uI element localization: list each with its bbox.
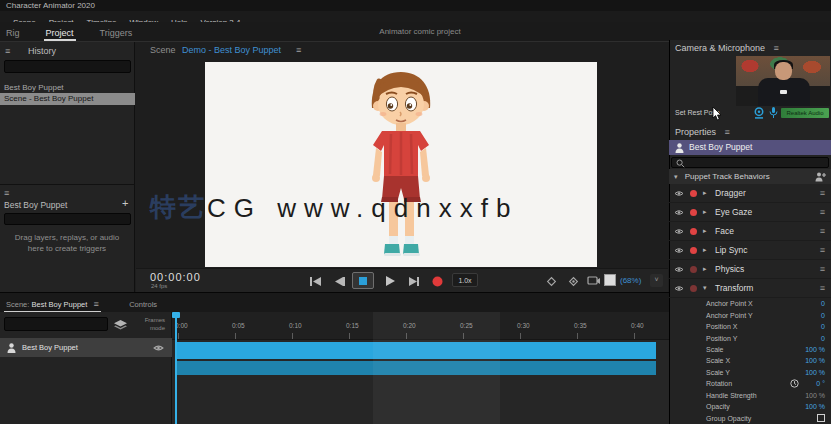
layers-stack-icon[interactable]	[114, 320, 127, 331]
section-collapse-chevron-icon[interactable]: ▾	[674, 173, 678, 180]
timeline-search-input[interactable]	[4, 317, 108, 331]
behavior-menu-icon[interactable]: ≡	[820, 226, 825, 236]
behavior-menu-icon[interactable]: ≡	[820, 264, 825, 274]
add-behavior-icon[interactable]	[815, 172, 826, 182]
visibility-eye-icon[interactable]	[674, 266, 684, 273]
visibility-eye-icon[interactable]	[674, 247, 684, 254]
panel-divider	[0, 184, 135, 185]
group-opacity-checkbox[interactable]	[817, 414, 825, 422]
playback-speed[interactable]: 1.0x	[452, 273, 478, 287]
playhead-handle[interactable]	[172, 312, 180, 318]
visibility-eye-icon[interactable]	[674, 190, 684, 197]
visibility-eye-icon[interactable]	[674, 228, 684, 235]
boy-puppet-illustration[interactable]	[346, 68, 456, 266]
arm-record-dot[interactable]	[690, 228, 697, 235]
add-trigger-button[interactable]: +	[122, 197, 128, 209]
project-panel-menu-icon[interactable]: ≡	[5, 46, 10, 56]
scene-stage[interactable]	[205, 62, 597, 267]
track-visibility-icon[interactable]	[153, 344, 164, 352]
zoom-dropdown-chevron-icon[interactable]: ˅	[650, 274, 663, 287]
behavior-row-lip-sync[interactable]: ▸Lip Sync≡	[669, 241, 831, 260]
behavior-chevron-icon[interactable]: ▸	[703, 227, 710, 235]
menu-bar: SceneProjectTimelineWindowHelpVersion 3.…	[0, 11, 831, 22]
property-value[interactable]: 0 °	[816, 380, 825, 387]
workspace-tab-rig[interactable]: Rig	[4, 24, 22, 41]
arm-record-dot[interactable]	[690, 190, 697, 197]
ruler-tick	[349, 333, 350, 339]
triggers-panel-menu-icon[interactable]: ≡	[4, 188, 9, 198]
camera-panel-menu-icon[interactable]: ≡	[774, 43, 779, 53]
triggers-search-input[interactable]	[4, 213, 131, 225]
behavior-menu-icon[interactable]: ≡	[820, 207, 825, 217]
timeline-tab-scene[interactable]: Scene: Best Boy Puppet ≡	[0, 294, 105, 313]
property-value[interactable]: 0	[821, 335, 825, 342]
timeline-tab-controls[interactable]: Controls	[123, 295, 163, 313]
document-title: Animator comic project	[330, 27, 510, 36]
arm-record-dot[interactable]	[690, 247, 697, 254]
puppet-track-bar[interactable]	[175, 342, 656, 359]
rotation-clock-icon[interactable]	[790, 379, 799, 388]
behavior-chevron-icon[interactable]: ▸	[703, 265, 710, 273]
property-value[interactable]: 100 %	[805, 369, 825, 376]
property-value[interactable]: 100 %	[805, 392, 825, 399]
visibility-eye-icon[interactable]	[674, 209, 684, 216]
properties-search-input[interactable]	[671, 157, 829, 168]
workspace-tab-triggers[interactable]: Triggers	[98, 24, 135, 41]
stage-zoom-level[interactable]: (68%)	[620, 276, 641, 285]
property-value[interactable]: 0	[821, 323, 825, 330]
arm-record-dot[interactable]	[690, 266, 697, 273]
arm-record-dot[interactable]	[690, 209, 697, 216]
behavior-chevron-icon[interactable]: ▸	[703, 246, 710, 254]
behavior-row-physics[interactable]: ▸Physics≡	[669, 260, 831, 279]
camera-toggle-icon[interactable]	[753, 107, 765, 119]
behavior-chevron-icon[interactable]: ▸	[703, 208, 710, 216]
arm-record-dot[interactable]	[690, 285, 697, 292]
ghost-frames-icon[interactable]	[564, 274, 582, 288]
take-bar[interactable]	[175, 361, 656, 375]
behavior-row-dragger[interactable]: ▸Dragger≡	[669, 184, 831, 203]
behavior-chevron-icon[interactable]: ▸	[703, 189, 710, 197]
behavior-chevron-icon[interactable]: ▾	[703, 284, 710, 292]
background-color-swatch[interactable]	[604, 274, 616, 286]
puppet-track-behaviors-section[interactable]: ▾ Puppet Track Behaviors	[669, 169, 831, 184]
behavior-menu-icon[interactable]: ≡	[820, 188, 825, 198]
project-selected-item[interactable]: Scene - Best Boy Puppet	[0, 93, 135, 105]
scene-panel-label: Scene	[150, 45, 176, 55]
behavior-menu-icon[interactable]: ≡	[820, 245, 825, 255]
next-frame-button[interactable]	[405, 274, 423, 288]
play-button[interactable]	[381, 274, 399, 288]
behavior-row-eye-gaze[interactable]: ▸Eye Gaze≡	[669, 203, 831, 222]
watermark-cjk: 特艺	[150, 190, 206, 225]
ruler-label-0-25: 0:25	[460, 322, 473, 329]
timeline-track-row[interactable]: Best Boy Puppet	[0, 338, 172, 357]
property-value[interactable]: 100 %	[805, 346, 825, 353]
project-search-input[interactable]	[4, 60, 131, 73]
playhead[interactable]	[175, 312, 177, 424]
timeline-tab-menu-icon[interactable]: ≡	[93, 299, 98, 309]
workspace-tab-project[interactable]: Project	[44, 24, 76, 41]
property-value[interactable]: 100 %	[805, 357, 825, 364]
webcam-person-logo	[780, 90, 787, 94]
scene-name[interactable]: Demo - Best Boy Puppet	[182, 45, 281, 55]
record-button[interactable]	[428, 274, 446, 288]
property-value[interactable]: 100 %	[805, 403, 825, 410]
stop-button[interactable]	[352, 272, 374, 289]
onion-skin-icon[interactable]	[542, 274, 560, 288]
property-row-scale-y: Scale Y100 %	[669, 367, 831, 378]
property-name: Position Y	[706, 335, 737, 342]
behavior-menu-icon[interactable]: ≡	[820, 283, 825, 293]
properties-panel-menu-icon[interactable]: ≡	[725, 127, 730, 137]
scene-panel-menu-icon[interactable]: ≡	[296, 45, 301, 55]
visibility-eye-icon[interactable]	[674, 285, 684, 292]
track-name: Best Boy Puppet	[22, 343, 78, 352]
go-to-start-button[interactable]	[306, 274, 324, 288]
property-value[interactable]: 0	[821, 300, 825, 307]
snapshot-icon[interactable]	[584, 274, 602, 288]
behavior-row-face[interactable]: ▸Face≡	[669, 222, 831, 241]
property-value[interactable]: 0	[821, 312, 825, 319]
microphone-toggle-icon[interactable]	[769, 106, 778, 119]
selected-puppet-row[interactable]: Best Boy Puppet	[669, 140, 831, 155]
previous-frame-button[interactable]	[331, 274, 349, 288]
behavior-row-transform[interactable]: ▾Transform≡	[669, 279, 831, 298]
timeline-ruler[interactable]: 0:000:050:100:150:200:250:300:350:40	[172, 312, 669, 340]
